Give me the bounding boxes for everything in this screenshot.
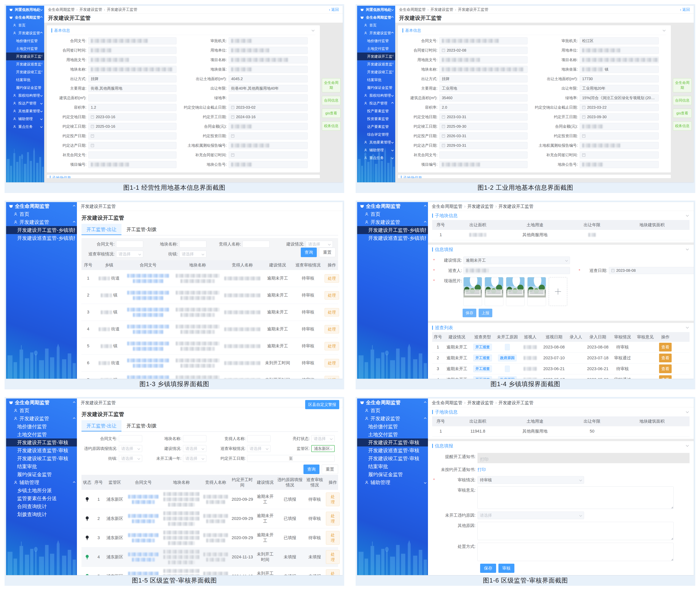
tab[interactable]: 开工监管-划拨 [122, 420, 161, 431]
sidebar-item[interactable]: 开发建设监管 [357, 29, 395, 37]
sidebar-item[interactable]: 开发建设巡查监管-审核 [357, 446, 428, 454]
upload-photo-button[interactable] [549, 277, 567, 306]
handle-button[interactable]: 处理 [325, 376, 339, 379]
sidebar-item[interactable]: 闲置低效用地处置 [357, 6, 395, 13]
field-value-box[interactable]: 4045.2 [229, 75, 308, 82]
field-value-box[interactable]: 2024-03-16 [229, 114, 308, 121]
filter-input[interactable] [247, 435, 271, 442]
review-status-select[interactable]: 待审核 [478, 476, 584, 484]
field-value-box[interactable] [440, 161, 528, 168]
field-value-box[interactable] [88, 161, 176, 168]
sidebar-item[interactable]: 开发建设巡查监管-审核 [6, 60, 44, 68]
sidebar-item[interactable]: 股权结构管理 [357, 91, 395, 100]
field-value-box[interactable] [580, 123, 659, 130]
sidebar-item[interactable]: 全生命周期监管 [357, 398, 428, 406]
breadcrumb-item[interactable]: 开发建设监管 [430, 7, 453, 12]
sidebar-item[interactable]: 履约保证金监管 [6, 84, 44, 91]
sidebar-item[interactable]: 开发建设竣工监管-审核 [357, 68, 395, 76]
field-value-box[interactable] [88, 47, 176, 54]
field-value-box[interactable]: 挂牌 [88, 75, 176, 82]
field-value-box[interactable]: 街巷40年,其他商服用地40年 [229, 85, 308, 92]
sidebar-item[interactable]: 重点任务 [6, 123, 44, 131]
collapse-chevron-icon[interactable] [686, 410, 689, 413]
sidebar-item[interactable]: 履约保证金监管 [357, 84, 395, 91]
query-button[interactable]: 查询 [301, 248, 317, 257]
collapse-chevron-icon[interactable] [686, 326, 689, 329]
breadcrumb-item[interactable]: 开发建设开工监管 [498, 203, 533, 209]
field-value-box[interactable] [88, 66, 176, 73]
field-value-box[interactable] [440, 56, 528, 63]
reset-button[interactable]: 重置 [319, 248, 335, 257]
sidebar-item[interactable]: 投达产管理 [6, 100, 44, 107]
sidebar-item[interactable]: 结案审批 [6, 76, 44, 84]
breadcrumb-item[interactable]: 开发建设开工监管 [81, 203, 116, 209]
handle-button[interactable]: 处理 [326, 512, 340, 526]
site-photo[interactable] [463, 277, 482, 306]
handle-button[interactable]: 处理 [325, 342, 339, 350]
sidebar-item[interactable]: 全生命周期监管 [357, 202, 428, 210]
sidebar-item[interactable]: 投资要素监管 [357, 115, 395, 123]
audit-button[interactable]: 审核 [498, 564, 514, 573]
sidebar-item[interactable]: 首页 [6, 210, 77, 218]
custom-alert-button[interactable]: 区县自定义警报 [305, 400, 339, 409]
field-value-box[interactable] [580, 142, 659, 149]
submit-button[interactable]: 上报 [479, 309, 492, 317]
handle-button[interactable]: 处理 [325, 359, 339, 367]
breadcrumb-item[interactable]: 开发建设开工监管 [107, 7, 137, 12]
field-value-box[interactable]: 2023-09-30 [580, 114, 659, 121]
field-value-box[interactable] [229, 94, 308, 102]
field-value-box[interactable]: 17730 [580, 75, 659, 82]
sidebar-item[interactable]: 开发建设监管 [6, 414, 77, 422]
sidebar-item[interactable]: 首页 [357, 210, 428, 218]
field-value-box[interactable]: 2.0 [440, 104, 528, 111]
collapse-chevron-icon[interactable] [686, 247, 689, 250]
save-button[interactable]: 保存 [480, 564, 496, 573]
field-value-box[interactable] [88, 56, 176, 63]
construction-status-select[interactable]: 逾期未开工 [463, 256, 570, 264]
sidebar-item[interactable]: 乡镇土地所分派 [6, 486, 77, 495]
handle-button[interactable]: 处理 [325, 291, 339, 300]
field-value-box[interactable] [229, 66, 308, 73]
sidebar-item[interactable]: 开发建设开工监管-乡镇填报 [357, 226, 428, 234]
sidebar-item[interactable]: 开发建设巡查监管-审核 [357, 60, 395, 68]
print-remind-link[interactable]: 打印 [478, 453, 690, 463]
sidebar-item[interactable]: 全生命周期监管 [6, 202, 77, 210]
field-value-box[interactable]: 2029-03-31 [440, 142, 528, 149]
field-value-box[interactable]: 35460 [440, 94, 528, 102]
field-value-box[interactable]: 2023-03-16 [88, 114, 176, 121]
sidebar-item[interactable]: 首页 [6, 406, 77, 414]
sidebar-item[interactable]: 开发建设巡查监管-乡镇填报 [6, 234, 77, 242]
quick-link-button[interactable]: gis查看 [673, 109, 692, 118]
breadcrumb-item[interactable]: 开发建设开工监管 [458, 7, 488, 12]
sidebar-item[interactable]: 投产要素监管 [357, 107, 395, 115]
sidebar-item[interactable]: 土地交付监管 [6, 430, 77, 438]
sidebar-item[interactable]: 开发建设监管 [6, 218, 77, 226]
field-value-box[interactable] [580, 152, 659, 159]
sidebar-item[interactable]: 股权结构管理 [6, 91, 44, 100]
breadcrumb-item[interactable]: 开发建设监管 [467, 203, 494, 209]
tab[interactable]: 开工监管-出让 [81, 224, 122, 235]
disposal-method-textarea[interactable] [478, 543, 674, 561]
filter-input[interactable]: 请选择 [183, 445, 206, 452]
field-value-box[interactable]: 松江区 [580, 37, 659, 44]
sidebar-item[interactable]: 履约保证金监管 [357, 470, 428, 478]
field-value-box[interactable] [580, 56, 659, 63]
sidebar-item[interactable]: 投达产管理 [357, 100, 395, 107]
field-value-box[interactable]: 2025-09-30 [440, 123, 528, 130]
back-link[interactable]: ‹ 返回 [680, 7, 690, 12]
field-value-box[interactable] [580, 133, 659, 140]
sidebar-item[interactable]: 地价缴付监管 [357, 422, 428, 430]
sidebar-item[interactable]: 合同查询统计 [6, 503, 77, 511]
field-value-box[interactable] [229, 133, 308, 140]
field-value-box[interactable]: 街巷,其他商服用地 [88, 85, 176, 92]
tab[interactable]: 开工监管-划拨 [122, 224, 161, 235]
field-value-box[interactable] [580, 47, 659, 54]
sidebar-item[interactable]: 开发建设开工监管-审核 [6, 438, 77, 446]
filter-input[interactable]: 请选择 [116, 251, 143, 257]
breadcrumb-item[interactable]: 开发建设开工监管 [498, 400, 533, 406]
sidebar-item[interactable]: 开发建设开工监管-乡镇填报 [6, 226, 77, 234]
quick-link-button[interactable]: 税务信息 [673, 122, 692, 131]
sidebar-item[interactable]: 闲置低效用地处置 [6, 6, 44, 13]
sidebar-item[interactable]: 地价缴付监管 [357, 37, 395, 45]
sidebar-item[interactable]: 开发建设监管 [6, 29, 44, 37]
